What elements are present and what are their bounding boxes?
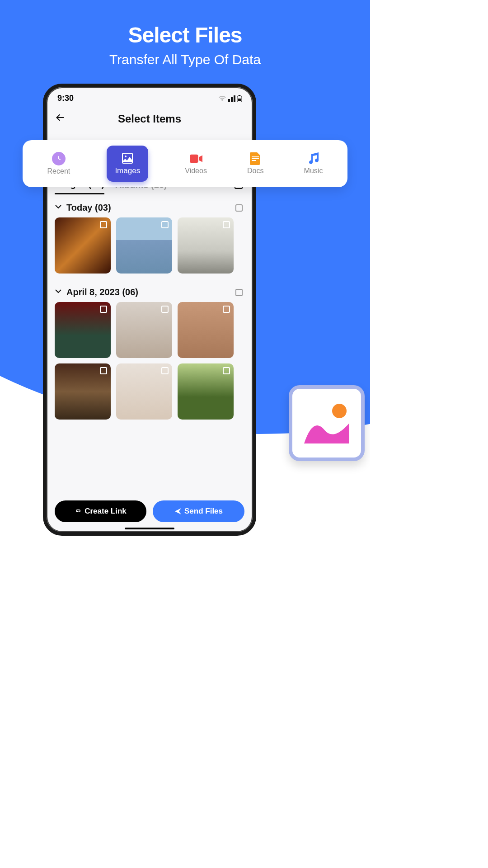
category-label: Videos: [185, 167, 207, 175]
section-header-today[interactable]: Today (03): [47, 194, 253, 217]
app-header: Select Items: [47, 105, 253, 130]
page-title: Select Items: [47, 113, 253, 125]
send-files-label: Send Files: [184, 507, 223, 516]
image-thumb[interactable]: [178, 217, 234, 274]
clock-icon: [52, 152, 66, 165]
create-link-button[interactable]: Create Link: [55, 500, 146, 522]
thumb-checkbox[interactable]: [100, 306, 107, 313]
svg-rect-2: [238, 99, 241, 101]
thumb-checkbox[interactable]: [161, 367, 169, 374]
music-icon: [307, 152, 320, 165]
thumb-checkbox[interactable]: [223, 367, 230, 374]
action-bar: Create Link Send Files: [55, 500, 244, 522]
image-thumb[interactable]: [55, 363, 111, 420]
category-bar: Recent Images Videos Docs Music: [23, 140, 347, 187]
chevron-down-icon: [55, 288, 62, 297]
category-docs[interactable]: Docs: [244, 151, 267, 177]
section-header-date[interactable]: April 8, 2023 (06): [47, 279, 253, 302]
image-thumb[interactable]: [116, 363, 172, 420]
status-icons: [218, 95, 242, 102]
battery-icon: [237, 95, 242, 102]
section-checkbox[interactable]: [235, 204, 243, 212]
section-title: Today (03): [66, 203, 111, 213]
image-thumb[interactable]: [178, 363, 234, 420]
status-time: 9:30: [57, 94, 74, 103]
thumb-row: [47, 217, 253, 274]
hero-subtitle: Transfer All Type Of Data: [0, 52, 370, 67]
signal-icon: [228, 95, 235, 102]
create-link-label: Create Link: [84, 507, 127, 516]
decorative-image-card: [289, 385, 365, 461]
category-images[interactable]: Images: [107, 146, 148, 182]
thumb-checkbox[interactable]: [223, 306, 230, 313]
category-label: Docs: [247, 167, 263, 175]
thumb-checkbox[interactable]: [100, 367, 107, 374]
link-icon: [75, 508, 82, 515]
category-label: Images: [115, 166, 140, 175]
image-thumb[interactable]: [116, 217, 172, 274]
category-label: Recent: [47, 167, 70, 175]
section-checkbox[interactable]: [235, 289, 243, 296]
category-music[interactable]: Music: [300, 151, 327, 177]
category-label: Music: [304, 167, 323, 175]
home-indicator[interactable]: [125, 528, 174, 529]
thumb-checkbox[interactable]: [223, 221, 230, 228]
svg-point-4: [125, 156, 127, 157]
thumb-checkbox[interactable]: [100, 221, 107, 228]
svg-rect-5: [190, 155, 198, 163]
wifi-icon: [218, 95, 226, 102]
section-title: April 8, 2023 (06): [66, 287, 138, 297]
category-videos[interactable]: Videos: [181, 151, 211, 177]
hero-title: Select Files: [0, 23, 370, 47]
image-thumb[interactable]: [55, 217, 111, 274]
thumb-checkbox[interactable]: [161, 306, 169, 313]
image-icon: [121, 152, 134, 165]
video-icon: [190, 152, 202, 165]
image-thumb[interactable]: [116, 302, 172, 358]
svg-point-6: [332, 404, 347, 418]
thumb-checkbox[interactable]: [161, 221, 169, 228]
chevron-down-icon: [55, 203, 62, 212]
image-thumb[interactable]: [55, 302, 111, 358]
image-thumb[interactable]: [178, 302, 234, 358]
docs-icon: [249, 152, 262, 165]
send-icon: [174, 508, 182, 515]
thumb-row: [47, 302, 253, 358]
thumb-row: [47, 363, 253, 420]
category-recent[interactable]: Recent: [44, 150, 74, 177]
send-files-button[interactable]: Send Files: [153, 500, 244, 522]
picture-icon: [300, 398, 354, 448]
status-bar: 9:30: [47, 87, 253, 105]
